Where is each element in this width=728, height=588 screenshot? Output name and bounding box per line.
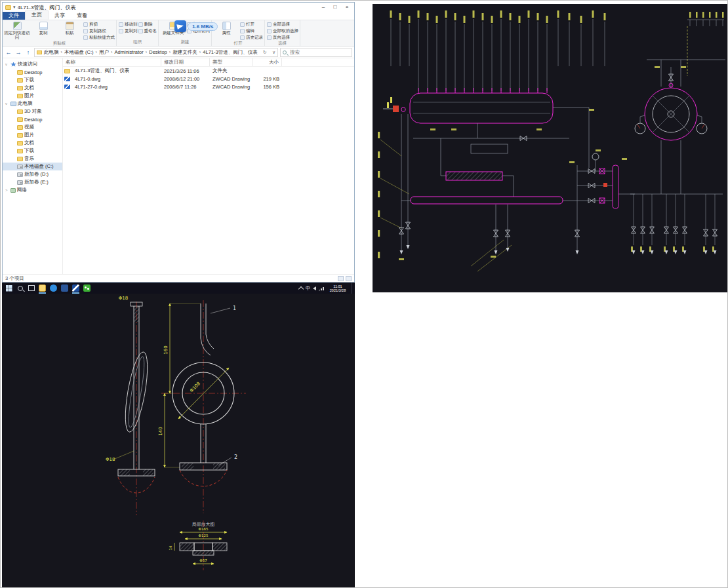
- column-type[interactable]: 类型: [210, 58, 253, 66]
- title-bar[interactable]: ▾ 4L71-3管道、阀门、仪表 – □ ×: [3, 3, 354, 12]
- sidebar-item-pictures[interactable]: 图片: [3, 92, 62, 100]
- search-input[interactable]: [281, 49, 352, 56]
- select-all-button[interactable]: 全部选择: [267, 21, 298, 28]
- volume-icon[interactable]: [313, 286, 316, 290]
- crumb-this-pc[interactable]: 此电脑: [44, 49, 64, 56]
- crumb-desktop[interactable]: Desktop: [149, 49, 172, 55]
- tray-chevron-icon[interactable]: [298, 286, 304, 291]
- crumb-administrator[interactable]: Administrator: [115, 49, 150, 55]
- sidebar-this-pc[interactable]: v此电脑: [3, 100, 62, 108]
- address-bar: ← → ↑ 此电脑 本地磁盘 (C:) 用户 Administrator Des…: [3, 47, 354, 58]
- start-button[interactable]: [5, 284, 13, 292]
- rename-button[interactable]: 重命名: [138, 28, 157, 34]
- crumb-users[interactable]: 用户: [99, 49, 115, 56]
- address-dropdown-icon[interactable]: ∨: [272, 50, 275, 55]
- search-box[interactable]: [280, 48, 352, 57]
- tab-home[interactable]: 主页: [25, 10, 49, 20]
- download-app-icon[interactable]: [174, 20, 186, 32]
- forward-button[interactable]: →: [14, 49, 22, 56]
- folder-icon: [17, 109, 23, 114]
- sidebar-quick-access[interactable]: v快速访问: [3, 60, 62, 68]
- tab-file[interactable]: 文件: [3, 12, 25, 20]
- sidebar-item-3d-objects[interactable]: 3D 对象: [3, 108, 62, 115]
- table-row[interactable]: 4L71-27-0.dwg 2008/6/7 11:26 ZWCAD Drawi…: [63, 83, 354, 90]
- ime-indicator[interactable]: 中: [306, 285, 310, 292]
- invert-selection-button[interactable]: 反向选择: [267, 34, 298, 41]
- sidebar-item-documents[interactable]: 文档: [3, 84, 62, 92]
- delete-button[interactable]: 删除: [138, 21, 157, 28]
- taskbar-clock[interactable]: 11:01 2021/3/28: [327, 284, 349, 292]
- column-name[interactable]: 名称: [63, 58, 161, 66]
- details-view-button[interactable]: [338, 276, 344, 281]
- dim-160-label: 160: [163, 345, 169, 354]
- chevron-icon[interactable]: v: [5, 62, 9, 66]
- sidebar-item-desktop-pc[interactable]: Desktop: [3, 115, 62, 123]
- taskbar-word[interactable]: [60, 284, 69, 292]
- sidebar-item-volume-d[interactable]: 新加卷 (D:): [3, 170, 62, 178]
- copy-to-button[interactable]: 复制到: [119, 28, 138, 34]
- sidebar-item-pictures-pc[interactable]: 图片: [3, 131, 62, 139]
- folder-icon: [17, 86, 23, 90]
- chevron-icon[interactable]: >: [5, 188, 9, 192]
- chevron-icon[interactable]: v: [5, 102, 9, 106]
- sidebar-item-music[interactable]: 音乐: [3, 155, 62, 163]
- breadcrumb[interactable]: 此电脑 本地磁盘 (C:) 用户 Administrator Desktop 新…: [34, 48, 278, 57]
- column-date[interactable]: 修改日期: [161, 58, 210, 66]
- navigation-pane[interactable]: v快速访问 Desktop 下载 文档 图片 v此电脑 3D 对象 Deskto…: [3, 58, 63, 274]
- copy-button[interactable]: 复制: [30, 21, 56, 35]
- cut-button[interactable]: 剪切: [83, 21, 115, 28]
- quick-access-toolbar-icon[interactable]: ▾: [13, 5, 16, 10]
- group-label-new: 新建: [160, 39, 210, 46]
- table-row[interactable]: 4L71-3管道、阀门、仪表 2021/3/26 11:06 文件夹: [63, 67, 354, 75]
- sidebar-item-documents-pc[interactable]: 文档: [3, 139, 62, 147]
- move-to-button[interactable]: 移动到: [119, 21, 138, 28]
- windows-logo-icon: [6, 285, 12, 292]
- column-size[interactable]: 大小: [253, 58, 282, 66]
- network-icon[interactable]: [319, 286, 324, 290]
- sidebar-item-videos[interactable]: 视频: [3, 123, 62, 131]
- pid-drawing: [373, 4, 727, 292]
- sidebar-item-downloads[interactable]: 下载: [3, 76, 62, 84]
- floating-speed-widget[interactable]: 1.6 MB/s: [174, 20, 218, 32]
- crumb-new-folder[interactable]: 新建文件夹: [172, 49, 203, 56]
- edit-button[interactable]: 编辑: [240, 28, 263, 34]
- sidebar-item-local-disk-c[interactable]: 本地磁盘 (C:): [3, 163, 62, 170]
- up-button[interactable]: ↑: [24, 49, 32, 56]
- tab-share[interactable]: 共享: [49, 12, 71, 20]
- paste-shortcut-icon: [83, 35, 88, 40]
- back-button[interactable]: ←: [5, 49, 12, 56]
- paste-shortcut-button[interactable]: 粘贴快捷方式: [83, 34, 115, 41]
- table-row[interactable]: 4L71-0.dwg 2008/6/12 21:00 ZWCAD Drawing…: [63, 75, 354, 83]
- copy-path-button[interactable]: 复制路径: [83, 28, 115, 34]
- thumbnails-view-button[interactable]: [346, 276, 352, 281]
- select-none-button[interactable]: 全部取消选择: [267, 28, 298, 34]
- sidebar-item-volume-e[interactable]: 新加卷 (E:): [3, 178, 62, 186]
- taskbar-zwcad[interactable]: [71, 284, 80, 292]
- taskbar-wechat[interactable]: [83, 284, 91, 292]
- group-label-clipboard: 剪贴板: [4, 41, 115, 47]
- taskbar-search-button[interactable]: [16, 284, 24, 292]
- sidebar-network[interactable]: >网络: [3, 186, 62, 194]
- task-view-button[interactable]: [27, 284, 35, 292]
- crumb-current-folder[interactable]: 4L71-3管道、阀门、仪表: [203, 49, 257, 56]
- sidebar-item-downloads-pc[interactable]: 下载: [3, 147, 62, 155]
- refresh-icon[interactable]: ↻: [263, 50, 267, 55]
- tab-view[interactable]: 查看: [71, 12, 93, 20]
- taskbar-edge[interactable]: [49, 284, 58, 292]
- sidebar-item-desktop[interactable]: Desktop: [3, 68, 62, 76]
- cad-part-viewport[interactable]: Φ18 Φ18 Φ108 160 140: [2, 294, 355, 587]
- crumb-c-drive[interactable]: 本地磁盘 (C:): [64, 49, 99, 56]
- show-desktop-button[interactable]: [352, 283, 354, 294]
- open-button[interactable]: 打开: [240, 21, 263, 28]
- paste-button[interactable]: 粘贴: [56, 21, 83, 35]
- pin-to-quick-access-button[interactable]: 固定到快速访问: [4, 21, 30, 40]
- paste-icon: [66, 22, 74, 30]
- end-view-vessel: [635, 83, 707, 140]
- move-to-icon: [119, 22, 123, 27]
- taskbar-file-explorer[interactable]: [38, 284, 47, 292]
- minimize-button[interactable]: –: [317, 3, 329, 12]
- close-button[interactable]: ×: [341, 3, 353, 12]
- cad-pid-viewport[interactable]: [373, 4, 727, 292]
- history-button[interactable]: 历史记录: [240, 34, 263, 41]
- maximize-button[interactable]: □: [329, 3, 341, 12]
